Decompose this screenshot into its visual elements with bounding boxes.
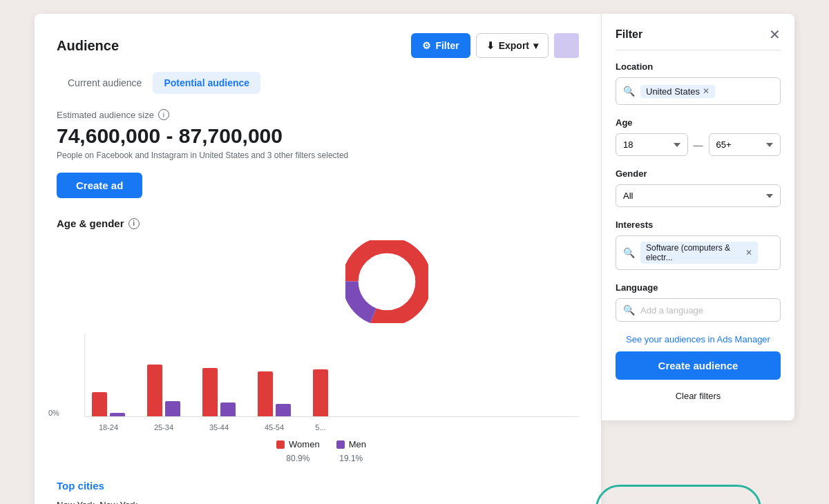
bar-label-18-24: 18-24 — [99, 423, 118, 432]
chevron-down-icon: ▾ — [533, 40, 538, 51]
bar-group-18-24: 18-24 — [92, 392, 125, 416]
bar-chart-inner: 18-24 25-34 — [84, 334, 579, 417]
donut-chart — [345, 240, 428, 323]
legend-dot-men — [336, 440, 345, 449]
top-cities: Top cities New York, New York Chicago, I… — [57, 480, 579, 504]
legend-women: Women 80.9% — [276, 439, 320, 463]
bar-women-18-24 — [92, 392, 107, 416]
bar-label-25-34: 25-34 — [154, 423, 173, 432]
tabs: Current audience Potential audience — [57, 72, 579, 94]
top-cities-title: Top cities — [57, 480, 579, 492]
filter-icon: ⚙ — [422, 40, 431, 51]
bar-group-35-44: 35-44 — [202, 368, 236, 416]
filter-age-section: Age 18 — 65+ — [616, 117, 781, 156]
gender-label: Gender — [616, 168, 781, 179]
city-item-newyork: New York, New York — [57, 500, 579, 504]
interest-tag: Software (computers & electr... ✕ — [640, 242, 758, 264]
interests-input[interactable]: 🔍 Software (computers & electr... ✕ — [616, 235, 781, 270]
location-tag: United States ✕ — [640, 85, 715, 98]
age-dash: — — [694, 139, 703, 151]
chart-area: 0% 18-24 — [57, 240, 579, 463]
bar-women-35-44 — [202, 368, 218, 416]
bar-men-25-34 — [165, 401, 180, 416]
filter-panel: Filter ✕ Location 🔍 United States ✕ Age — [601, 14, 794, 420]
panel-header: Audience ⚙ Filter ⬇ Export ▾ — [57, 33, 579, 58]
main-panel: Audience ⚙ Filter ⬇ Export ▾ Current aud… — [35, 14, 601, 504]
clear-filters-button[interactable]: Clear filters — [616, 385, 781, 407]
export-button[interactable]: ⬇ Export ▾ — [476, 33, 549, 58]
filter-header: Filter ✕ — [616, 28, 781, 50]
interests-search-icon: 🔍 — [623, 247, 635, 258]
bar-men-45-54 — [276, 404, 291, 416]
bar-women-45-54 — [258, 371, 273, 416]
bar-women-55plus — [313, 369, 328, 416]
language-input[interactable]: 🔍 Add a language — [616, 298, 781, 322]
interest-tag-close[interactable]: ✕ — [745, 248, 752, 258]
bar-chart: 0% 18-24 — [57, 334, 579, 463]
legend-men: Men 19.1% — [336, 439, 366, 463]
zero-label: 0% — [48, 409, 59, 417]
location-label: Location — [616, 61, 781, 72]
info-icon: i — [158, 109, 169, 120]
location-tag-close[interactable]: ✕ — [703, 86, 709, 96]
bar-label-55plus: 5... — [315, 423, 325, 432]
bar-group-45-54: 45-54 — [258, 371, 291, 416]
tab-potential-audience[interactable]: Potential audience — [153, 72, 260, 94]
annotation-circle — [595, 485, 761, 504]
svg-point-2 — [359, 254, 414, 309]
bar-women-25-34 — [147, 365, 162, 416]
filter-panel-wrapper: Filter ✕ Location 🔍 United States ✕ Age — [601, 14, 794, 504]
age-max-select[interactable]: 65+ — [709, 133, 781, 156]
audience-size-label: Estimated audience size i — [57, 109, 579, 120]
location-search-icon: 🔍 — [623, 86, 635, 97]
age-row: 18 — 65+ — [616, 133, 781, 156]
header-actions: ⚙ Filter ⬇ Export ▾ — [411, 33, 579, 58]
location-input[interactable]: 🔍 United States ✕ — [616, 77, 781, 105]
audience-size-value: 74,600,000 - 87,700,000 — [57, 124, 579, 148]
audience-description: People on Facebook and Instagram in Unit… — [57, 151, 579, 160]
create-ad-button[interactable]: Create ad — [57, 173, 142, 198]
filter-language-section: Language 🔍 Add a language — [616, 282, 781, 322]
filter-button[interactable]: ⚙ Filter — [411, 33, 470, 58]
filter-title: Filter — [616, 28, 642, 41]
create-audience-button[interactable]: Create audience — [616, 351, 781, 380]
bar-label-35-44: 35-44 — [209, 423, 229, 432]
bar-men-35-44 — [220, 403, 236, 416]
language-placeholder: Add a language — [640, 305, 703, 316]
avatar-placeholder — [554, 33, 579, 58]
filter-footer: See your audiences in Ads Manager Create… — [616, 334, 781, 407]
close-filter-button[interactable]: ✕ — [769, 28, 781, 41]
language-label: Language — [616, 282, 781, 293]
age-gender-title: Age & gender i — [57, 217, 579, 229]
age-label: Age — [616, 117, 781, 128]
filter-interests-section: Interests 🔍 Software (computers & electr… — [616, 220, 781, 270]
city-name-newyork: New York, New York — [57, 500, 579, 504]
age-gender-info-icon: i — [128, 218, 140, 229]
donut-svg — [345, 240, 428, 323]
bar-label-45-54: 45-54 — [265, 423, 284, 432]
age-min-select[interactable]: 18 — [616, 133, 688, 156]
filter-location-section: Location 🔍 United States ✕ — [616, 61, 781, 105]
panel-title: Audience — [57, 38, 119, 54]
chart-legend: Women 80.9% Men 19.1% — [64, 439, 579, 463]
bar-group-55plus: 5... — [313, 369, 328, 416]
see-audiences-link[interactable]: See your audiences in Ads Manager — [616, 334, 781, 345]
bar-group-25-34: 25-34 — [147, 365, 180, 416]
gender-select[interactable]: All — [616, 184, 781, 207]
interests-label: Interests — [616, 220, 781, 230]
legend-dot-women — [276, 440, 285, 449]
tab-current-audience[interactable]: Current audience — [57, 72, 153, 94]
language-search-icon: 🔍 — [623, 304, 635, 316]
filter-gender-section: Gender All — [616, 168, 781, 207]
download-icon: ⬇ — [486, 40, 495, 51]
bar-men-18-24 — [110, 413, 125, 416]
